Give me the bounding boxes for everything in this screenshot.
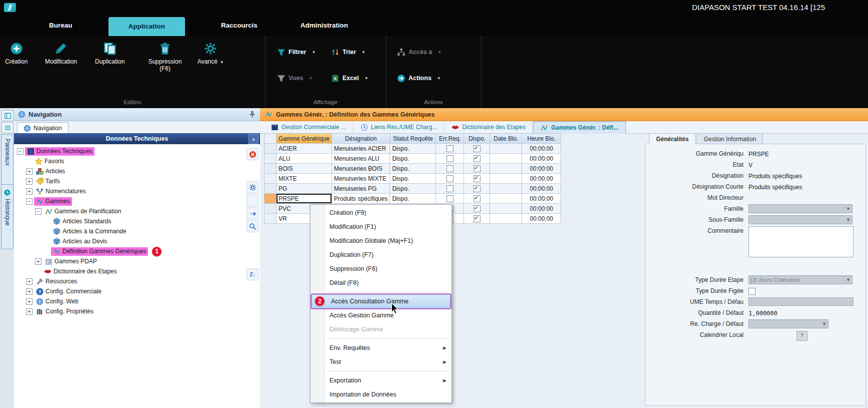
checkbox[interactable] bbox=[446, 195, 454, 202]
tree-expander[interactable]: − bbox=[26, 198, 32, 205]
tree-item[interactable]: Articles au Devis bbox=[14, 236, 245, 246]
table-cell[interactable] bbox=[464, 174, 490, 184]
table-cell[interactable] bbox=[464, 194, 490, 204]
table-cell[interactable] bbox=[464, 184, 490, 194]
table-cell[interactable] bbox=[490, 194, 522, 204]
table-cell[interactable]: Dispo. bbox=[390, 184, 436, 194]
row-selector[interactable] bbox=[264, 144, 276, 154]
excel-button[interactable]: X Excel ▼ bbox=[331, 72, 368, 84]
table-cell[interactable] bbox=[436, 174, 464, 184]
layout-toggle-button[interactable] bbox=[2, 122, 14, 133]
dock-tab-panneaux[interactable]: Panneaux bbox=[1, 134, 14, 187]
table-cell[interactable]: ACIER bbox=[276, 144, 332, 154]
tree-item[interactable]: +Nomenclatures bbox=[14, 186, 245, 196]
detail-tab[interactable]: Gestion Information bbox=[696, 133, 763, 145]
search-button[interactable] bbox=[246, 220, 258, 232]
tree-item[interactable]: Définition Gammes Génériques1 bbox=[14, 246, 245, 256]
table-cell[interactable] bbox=[464, 204, 490, 214]
tree-item[interactable]: Dictionnaire des Etapes bbox=[14, 266, 245, 276]
modification-button[interactable]: Modification bbox=[45, 42, 77, 65]
table-row[interactable]: MIXTEMenuiseries MIXTEDispo.00:00:00 bbox=[264, 174, 561, 184]
document-tab[interactable]: Dictionnaire des Etapes bbox=[444, 121, 533, 133]
favorite-star-button[interactable] bbox=[246, 194, 258, 206]
table-cell[interactable]: Menuiseries ALU bbox=[332, 154, 390, 164]
document-tab[interactable]: Gestion Commerciale ... bbox=[264, 121, 354, 133]
tree-header-collapse-button[interactable]: » bbox=[248, 134, 258, 144]
table-cell[interactable] bbox=[490, 204, 522, 214]
tree-expander[interactable]: + bbox=[26, 308, 32, 315]
column-header[interactable]: Gamme Générique bbox=[276, 134, 332, 144]
row-selector[interactable] bbox=[264, 164, 276, 174]
tree-item[interactable]: Articles à la Commande bbox=[14, 226, 245, 236]
table-cell[interactable] bbox=[490, 154, 522, 164]
context-menu-item[interactable]: Exportation▶ bbox=[310, 373, 452, 387]
checkbox[interactable] bbox=[446, 165, 454, 172]
row-selector[interactable] bbox=[264, 194, 276, 204]
tree-item[interactable]: +Tarifs bbox=[14, 176, 245, 186]
table-row[interactable]: BOISMenuiseries BOISDispo.00:00:00 bbox=[264, 164, 561, 174]
checkbox[interactable] bbox=[474, 155, 480, 162]
column-header[interactable]: Statut Requête bbox=[390, 134, 436, 144]
document-tab[interactable]: Gammes Génér. : Défi... bbox=[533, 121, 626, 134]
table-cell[interactable]: PRSPE bbox=[276, 194, 332, 204]
tree-item[interactable]: +?Config. Commerciale bbox=[14, 286, 245, 296]
table-cell[interactable] bbox=[490, 214, 522, 224]
table-cell[interactable]: 00:00:00 bbox=[522, 194, 561, 204]
table-cell[interactable]: Dispo. bbox=[390, 154, 436, 164]
context-menu-item[interactable]: Accès Consultation Gamme2 bbox=[312, 294, 450, 308]
table-cell[interactable]: Dispo. bbox=[390, 164, 436, 174]
dock-tab-historique[interactable]: Historique bbox=[1, 184, 14, 249]
context-menu-item[interactable]: Détail (F8) bbox=[310, 276, 452, 290]
menu-tab-administration[interactable]: Administration bbox=[294, 15, 355, 36]
table-cell[interactable] bbox=[464, 164, 490, 174]
tree-expander[interactable]: + bbox=[26, 178, 32, 185]
table-cell[interactable]: 00:00:00 bbox=[522, 174, 561, 184]
table-row[interactable]: ALUMenuiseries ALUDispo.00:00:00 bbox=[264, 154, 561, 164]
column-header[interactable]: Date Blo. bbox=[490, 134, 522, 144]
column-header[interactable]: Désignation bbox=[332, 134, 390, 144]
row-selector[interactable] bbox=[264, 154, 276, 164]
table-cell[interactable]: 00:00:00 bbox=[522, 154, 561, 164]
pin-icon[interactable] bbox=[248, 111, 256, 118]
tree-item[interactable]: +Gammes PDAP bbox=[14, 256, 245, 266]
sort-z-button[interactable]: Z↓ bbox=[246, 268, 258, 280]
duplication-button[interactable]: Duplication bbox=[95, 42, 124, 65]
table-row[interactable]: PRSPEProduits spécifiquesDispo.00:00:00 bbox=[264, 194, 561, 204]
menu-tab-raccourcis[interactable]: Raccourcis bbox=[214, 15, 264, 36]
context-menu-item[interactable]: Création (F9) bbox=[310, 206, 452, 220]
table-cell[interactable]: 00:00:00 bbox=[522, 214, 561, 224]
table-row[interactable]: ACIERMenuiseries ACIERDispo.00:00:00 bbox=[264, 144, 561, 154]
table-cell[interactable] bbox=[464, 214, 490, 224]
creation-button[interactable]: Création bbox=[5, 42, 28, 65]
context-menu-item[interactable]: Accès Gestion Gamme bbox=[310, 308, 452, 322]
table-cell[interactable] bbox=[436, 194, 464, 204]
tree-item[interactable]: +Config. Propriétés bbox=[14, 306, 245, 316]
column-header[interactable]: Err.Req. bbox=[436, 134, 464, 144]
table-cell[interactable]: 00:00:00 bbox=[522, 144, 561, 154]
context-menu-item[interactable]: Importation de Données bbox=[310, 387, 452, 401]
checkbox[interactable] bbox=[446, 185, 454, 192]
table-cell[interactable]: Menuiseries BOIS bbox=[332, 164, 390, 174]
checkbox[interactable] bbox=[446, 145, 454, 152]
tree-expander[interactable]: − bbox=[17, 148, 24, 155]
go-arrow-button[interactable] bbox=[246, 207, 258, 219]
context-menu-item[interactable]: Modification (F1) bbox=[310, 220, 452, 234]
checkbox[interactable] bbox=[474, 185, 480, 192]
tree-expander[interactable]: + bbox=[26, 298, 32, 305]
table-cell[interactable] bbox=[490, 174, 522, 184]
calendrier-local-button[interactable]: ? bbox=[796, 331, 808, 341]
checkbox[interactable] bbox=[474, 145, 480, 152]
table-cell[interactable]: BOIS bbox=[276, 164, 332, 174]
table-cell[interactable]: Menuiseries PG bbox=[332, 184, 390, 194]
table-row[interactable]: PGMenuiseries PGDispo.00:00:00 bbox=[264, 184, 561, 194]
checkbox[interactable] bbox=[474, 195, 480, 202]
table-cell[interactable] bbox=[490, 144, 522, 154]
detail-tab[interactable]: Généralités bbox=[649, 133, 696, 145]
tab-navigation[interactable]: Navigation bbox=[17, 122, 68, 134]
tree-item[interactable]: −Gammes de Planification bbox=[14, 206, 245, 216]
document-tab[interactable]: Liens Res./UME Charg... bbox=[354, 121, 445, 133]
table-cell[interactable]: PG bbox=[276, 184, 332, 194]
tree-item[interactable]: −Gammes bbox=[14, 196, 245, 206]
checkbox[interactable] bbox=[446, 175, 454, 182]
tree-item[interactable]: +Ressources bbox=[14, 276, 245, 286]
